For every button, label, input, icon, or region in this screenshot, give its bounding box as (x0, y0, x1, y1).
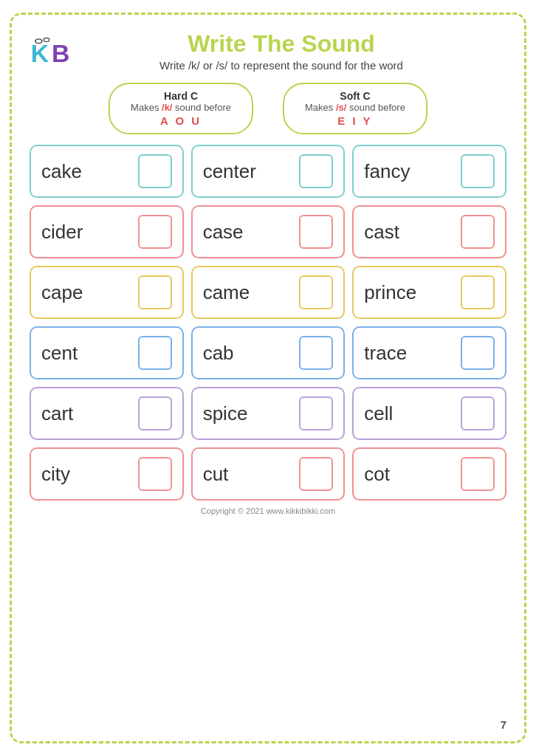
soft-c-label: Soft C (305, 90, 405, 102)
answer-box[interactable] (461, 154, 495, 188)
word-card: trace (352, 326, 506, 379)
word-label: trace (364, 342, 407, 365)
svg-text:K: K (31, 40, 49, 67)
worksheet-page: K B Write The Sound Write /k/ or /s/ to … (10, 13, 526, 743)
word-label: cider (41, 221, 83, 244)
answer-box[interactable] (461, 396, 495, 430)
hard-c-desc: Makes /k/ sound before (131, 102, 231, 113)
word-label: cut (203, 463, 229, 486)
word-label: cape (41, 281, 83, 304)
soft-c-rule: Soft C Makes /s/ sound before E I Y (283, 83, 427, 134)
hard-c-label: Hard C (131, 90, 231, 102)
word-label: spice (203, 402, 248, 425)
answer-box[interactable] (138, 154, 172, 188)
word-card: cent (30, 326, 184, 379)
footer-text: Copyright © 2021 www.kikkibikki.com (30, 506, 506, 515)
word-label: prince (364, 281, 416, 304)
hard-c-rule: Hard C Makes /k/ sound before A O U (109, 83, 253, 134)
word-label: cart (41, 402, 73, 425)
answer-box[interactable] (461, 336, 495, 370)
word-card: case (191, 205, 346, 258)
answer-box[interactable] (299, 336, 333, 370)
word-label: city (41, 463, 70, 486)
svg-point-5 (44, 38, 49, 41)
word-label: cab (203, 342, 234, 365)
answer-box[interactable] (138, 396, 172, 430)
word-label: fancy (364, 160, 410, 183)
answer-box[interactable] (461, 215, 495, 249)
header-text: Write The Sound Write /k/ or /s/ to repr… (86, 30, 506, 72)
word-card: spice (191, 387, 346, 440)
answer-box[interactable] (461, 457, 495, 491)
answer-box[interactable] (138, 336, 172, 370)
svg-point-4 (36, 40, 41, 43)
answer-box[interactable] (138, 275, 172, 309)
word-card: cast (352, 205, 506, 258)
answer-box[interactable] (138, 215, 172, 249)
answer-box[interactable] (299, 154, 333, 188)
answer-box[interactable] (299, 457, 333, 491)
page-subtitle: Write /k/ or /s/ to represent the sound … (56, 59, 506, 72)
rules-section: Hard C Makes /k/ sound before A O U Soft… (30, 83, 506, 134)
word-label: center (203, 160, 256, 183)
word-card: cape (30, 266, 184, 319)
answer-box[interactable] (299, 396, 333, 430)
word-label: cake (41, 160, 82, 183)
header: K B Write The Sound Write /k/ or /s/ to … (30, 28, 506, 74)
word-card: cart (30, 387, 184, 440)
word-label: cell (364, 402, 393, 425)
answer-box[interactable] (299, 275, 333, 309)
word-card: cake (30, 145, 184, 198)
word-grid: cakecenterfancycidercasecastcapecameprin… (30, 145, 506, 501)
page-title: Write The Sound (56, 30, 506, 58)
word-card: center (191, 145, 346, 198)
word-card: city (30, 447, 184, 501)
word-label: cast (364, 221, 399, 244)
answer-box[interactable] (138, 457, 172, 491)
word-card: cut (191, 447, 346, 501)
soft-c-desc: Makes /s/ sound before (305, 102, 405, 113)
answer-box[interactable] (461, 275, 495, 309)
word-label: cot (364, 463, 390, 486)
word-card: cider (30, 205, 184, 258)
word-label: came (203, 281, 250, 304)
hard-c-letters: A O U (131, 114, 231, 127)
word-card: cab (191, 326, 346, 379)
soft-c-letters: E I Y (305, 114, 405, 127)
word-label: case (203, 221, 244, 244)
page-number: 7 (501, 718, 506, 731)
word-card: fancy (352, 145, 506, 198)
word-card: cell (352, 387, 506, 440)
word-card: prince (352, 266, 506, 319)
answer-box[interactable] (299, 215, 333, 249)
word-label: cent (41, 342, 78, 365)
word-card: cot (352, 447, 506, 501)
word-card: came (191, 266, 346, 319)
